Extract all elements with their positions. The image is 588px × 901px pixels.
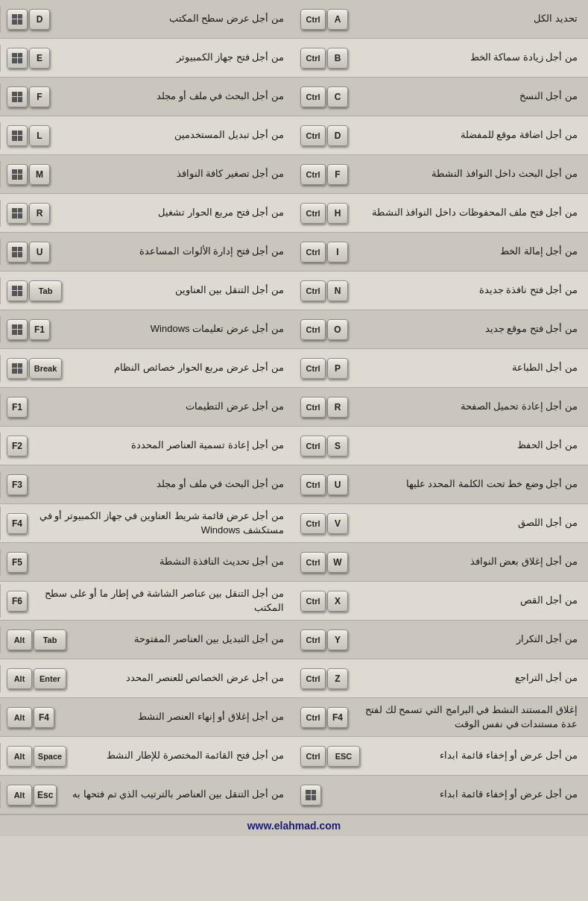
key-i: I (327, 242, 348, 263)
left-description: من أجل عرض الخصائص للعنصر المحدد (71, 671, 288, 685)
table-row: من أجل القصXCtrlمن أجل التنقل بين عناصر … (0, 582, 588, 621)
key-ctrl: Ctrl (300, 591, 326, 612)
right-section: من أجل التراجعZCtrl (294, 665, 588, 692)
key-p: P (327, 358, 348, 379)
key-ctrl: Ctrl (300, 668, 326, 689)
key-y: Y (327, 630, 348, 650)
key-alt: Alt (7, 707, 32, 728)
right-key-group (300, 785, 321, 806)
right-description: من أجل التكرار (353, 632, 582, 646)
key-tab: Tab (34, 630, 66, 650)
key-d: D (29, 9, 50, 30)
right-description: من أجل فتح ملف المحفوظات داخل النوافذ ال… (353, 206, 582, 219)
right-key-group: UCtrl (300, 474, 348, 495)
key-ctrl: Ctrl (300, 630, 326, 650)
right-key-group: ZCtrl (300, 668, 348, 689)
left-section: من أجل عرض قائمة شريط العناوين في جهاز ا… (0, 506, 294, 539)
right-key-group: CCtrl (300, 87, 348, 107)
key-alt: Alt (7, 746, 32, 767)
left-key-group: F1 (7, 319, 50, 340)
win-key (7, 164, 28, 185)
left-key-group: L (7, 125, 50, 146)
key-f4: F4 (34, 707, 54, 728)
key-ctrl: Ctrl (300, 358, 326, 379)
right-section: من أجل التكرارYCtrl (294, 627, 588, 653)
table-row: من أجل التكرارYCtrlمن أجل التبديل بين ال… (0, 621, 588, 659)
key-s: S (327, 436, 348, 456)
key-u: U (29, 242, 50, 263)
win-key (7, 358, 28, 379)
left-section: من أجل فتح مربع الحوار تشغيلR (0, 200, 294, 227)
left-description: من أجل التنقل بين العناوين (66, 283, 288, 297)
left-key-group: SpaceAlt (7, 746, 66, 767)
right-description: من أجل القص (353, 594, 582, 607)
key-v: V (327, 513, 348, 534)
right-key-group: VCtrl (300, 513, 348, 534)
left-section: من أجل التبديل بين العناصر المفتوحةTabAl… (0, 627, 294, 653)
left-description: من أجل فتح القائمة المختصرة للإطار النشط (71, 749, 288, 762)
left-key-group: F3 (7, 474, 28, 495)
right-description: من أجل عرض أو إخفاء قائمة ابداء (326, 788, 582, 801)
right-section: من أجل عرض أو إخفاء قائمة ابداء (294, 782, 588, 809)
left-description: من أجل تحديث النافذة النشطة (32, 555, 288, 568)
key-c: C (327, 87, 348, 107)
table-row: من أجل النسخCCtrlمن أجل البحث في ملف أو … (0, 78, 588, 116)
key-r: R (327, 397, 348, 418)
key-l: L (29, 125, 50, 146)
right-key-group: PCtrl (300, 358, 348, 379)
left-description: من أجل عرض مربع الحوار خصائص النظام (66, 361, 288, 374)
table-row: من أجل إمالة الخطICtrlمن أجل فتح إدارة ا… (0, 233, 588, 271)
left-key-group: F2 (7, 436, 28, 456)
key-m: M (29, 164, 50, 185)
key-ctrl: Ctrl (300, 319, 326, 340)
key-ctrl: Ctrl (300, 513, 326, 534)
left-description: من أجل إغلاق أو إنهاء العنصر النشط (59, 710, 288, 723)
keyboard-shortcuts-table: تحديد الكلACtrlمن أجل عرض سطح المكتبDمن … (0, 0, 588, 836)
right-description: من أجل اللصق (353, 516, 582, 530)
key-h: H (327, 203, 348, 224)
table-row: تحديد الكلACtrlمن أجل عرض سطح المكتبD (0, 0, 588, 39)
left-key-group: EscAlt (7, 785, 57, 806)
table-row: من أجل عرض أو إخفاء قائمة ابداءمن أجل ال… (0, 776, 588, 814)
right-description: تحديد الكل (353, 12, 582, 25)
left-section: من أجل عرض تعليمات WindowsF1 (0, 316, 294, 343)
win-key (7, 319, 28, 340)
left-key-group: F6 (7, 591, 28, 612)
left-section: من أجل تحديث النافذة النشطةF5 (0, 549, 294, 576)
key-ctrl: Ctrl (300, 242, 326, 263)
right-section: من أجل فتح نافذة جديدةNCtrl (294, 277, 588, 304)
left-description: من أجل التنقل بين عناصر الشاشة في إطار م… (32, 587, 288, 614)
left-section: من أجل عرض الخصائص للعنصر المحددEnterAlt (0, 665, 294, 692)
key-x: X (327, 591, 348, 612)
left-key-group: U (7, 242, 50, 263)
left-description: من أجل عرض قائمة شريط العناوين في جهاز ا… (32, 509, 288, 536)
key-alt: Alt (7, 785, 32, 806)
key-alt: Alt (7, 668, 32, 689)
right-description: من أجل زيادة سماكة الخط (353, 51, 582, 64)
right-key-group: ACtrl (300, 9, 348, 30)
footer-url: www.elahmad.com (0, 814, 588, 836)
right-key-group: NCtrl (300, 280, 348, 301)
key-b: B (327, 48, 348, 69)
table-row: من أجل الطباعةPCtrlمن أجل عرض مربع الحوا… (0, 349, 588, 388)
left-section: من أجل فتح جهاز الكمبيوترE (0, 45, 294, 72)
right-key-group: OCtrl (300, 319, 348, 340)
key-ctrl: Ctrl (300, 746, 326, 767)
key-ctrl: Ctrl (300, 707, 326, 728)
right-section: من أجل إمالة الخطICtrl (294, 239, 588, 266)
right-description: من أجل التراجع (353, 671, 582, 685)
right-section: من أجل الحفظSCtrl (294, 433, 588, 459)
key-n: N (327, 280, 348, 301)
key-r: R (29, 203, 50, 224)
key-o: O (327, 319, 348, 340)
left-description: من أجل عرض سطح المكتب (54, 12, 288, 25)
key-f1: F1 (29, 319, 50, 340)
key-ctrl: Ctrl (300, 9, 326, 30)
left-key-group: D (7, 9, 50, 30)
left-section: من أجل البحث في ملف أو مجلدF (0, 84, 294, 110)
key-ctrl: Ctrl (300, 48, 326, 69)
left-section: من أجل تبديل المستخدمينL (0, 122, 294, 149)
table-row: من أجل فتح موقع جديدOCtrlمن أجل عرض تعلي… (0, 310, 588, 349)
left-key-group: F1 (7, 397, 28, 418)
key-space: Space (34, 746, 66, 767)
